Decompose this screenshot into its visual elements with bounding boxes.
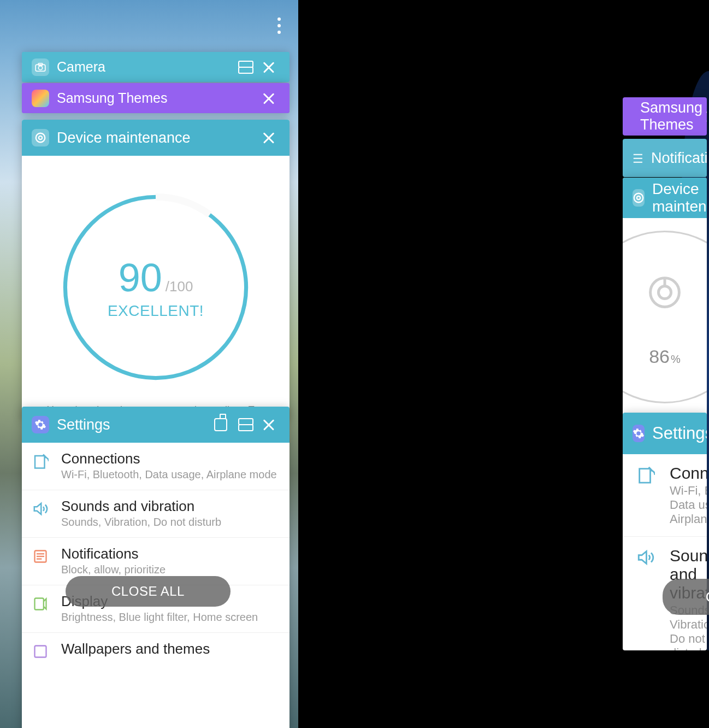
camera-icon (32, 58, 49, 76)
split-screen-button[interactable] (234, 56, 256, 78)
settings-icon (32, 416, 49, 433)
app-title: Notifications (651, 150, 707, 167)
app-title: Device maintenance (652, 180, 707, 215)
settings-item-sounds[interactable]: Sounds and vibrationSounds, Vibration, D… (22, 490, 289, 538)
close-card-button[interactable] (258, 56, 280, 78)
wallpapers-icon (31, 642, 50, 661)
overflow-menu-icon[interactable] (277, 14, 281, 37)
score-status: EXCELLENT! (108, 302, 204, 320)
score-value: 90 (119, 256, 162, 300)
settings-item-connections[interactable]: ConnectionsWi-Fi, Bluetooth, Data usage,… (623, 454, 707, 537)
close-icon (262, 60, 276, 74)
score-max: /100 (166, 278, 193, 295)
device-maintenance-icon (633, 189, 645, 207)
close-card-button[interactable] (258, 87, 280, 109)
split-icon (238, 418, 251, 431)
close-card-button[interactable] (705, 105, 707, 127)
svg-point-3 (36, 133, 45, 143)
app-title: Camera (57, 59, 232, 75)
close-all-button[interactable]: CLOSE ALL (66, 576, 231, 607)
close-card-button[interactable] (258, 414, 280, 436)
score-unit: % (671, 353, 681, 365)
app-title: Samsung Themes (640, 99, 702, 133)
settings-item-connections[interactable]: ConnectionsWi-Fi, Bluetooth, Data usage,… (22, 443, 289, 490)
connections-icon (31, 451, 50, 471)
sounds-icon (31, 499, 50, 519)
themes-icon (32, 90, 49, 107)
close-icon (705, 109, 707, 124)
split-screen-button[interactable] (234, 414, 256, 436)
app-title: Settings (57, 416, 208, 433)
pin-button[interactable] (210, 414, 232, 436)
recent-card-camera[interactable]: Camera (22, 52, 289, 82)
svg-rect-11 (35, 646, 46, 657)
app-title: Device maintenance (57, 130, 256, 146)
recent-card-themes[interactable]: Samsung Themes (623, 97, 707, 136)
settings-list: ConnectionsWi-Fi, Bluetooth, Data usage,… (22, 443, 289, 670)
score-value: 86 (649, 346, 670, 367)
score-gauge: 90/100 EXCELLENT! (57, 189, 254, 386)
svg-rect-10 (35, 598, 44, 610)
close-icon (262, 131, 276, 145)
recent-card-notifications[interactable]: ☰ Notifications (623, 139, 707, 177)
close-all-button[interactable]: CLOSE ALL (663, 579, 709, 615)
pin-icon (214, 418, 227, 431)
svg-point-15 (658, 286, 671, 298)
notifications-icon (31, 547, 50, 566)
sounds-icon (636, 548, 655, 567)
display-icon (31, 594, 50, 614)
recent-card-device-maintenance[interactable]: Device maintenance 90/100 EXCELLENT! You… (22, 120, 289, 419)
close-icon (262, 91, 276, 105)
phone-left: Camera Samsung Themes Device maintenance (0, 0, 298, 728)
phone-right: Samsung Themes ☰ Notifications Device ma… (298, 0, 709, 728)
settings-item-wallpapers[interactable]: Wallpapers and themes (22, 633, 289, 670)
device-maintenance-body: 86% (623, 218, 707, 416)
connections-icon (636, 465, 655, 485)
score-gauge: 86% (623, 224, 707, 410)
recent-card-device-maintenance[interactable]: Device maintenance 86% (623, 178, 707, 416)
device-maintenance-icon (32, 129, 49, 146)
settings-icon (633, 425, 645, 442)
split-icon (238, 61, 251, 74)
close-card-button[interactable] (258, 127, 280, 149)
svg-point-12 (634, 193, 643, 203)
notifications-icon: ☰ (633, 149, 643, 167)
app-title: Settings (652, 424, 707, 443)
close-icon (262, 418, 276, 432)
device-maintenance-body: 90/100 EXCELLENT! Your phone's maintenan… (22, 156, 289, 419)
svg-point-13 (637, 196, 640, 199)
svg-point-1 (38, 66, 42, 69)
settings-list: ConnectionsWi-Fi, Bluetooth, Data usage,… (623, 454, 707, 650)
app-title: Samsung Themes (57, 90, 256, 106)
recent-card-settings[interactable]: Settings ConnectionsWi-Fi, Bluetooth, Da… (22, 407, 289, 728)
recent-card-themes[interactable]: Samsung Themes (22, 83, 289, 113)
svg-point-4 (39, 136, 42, 139)
